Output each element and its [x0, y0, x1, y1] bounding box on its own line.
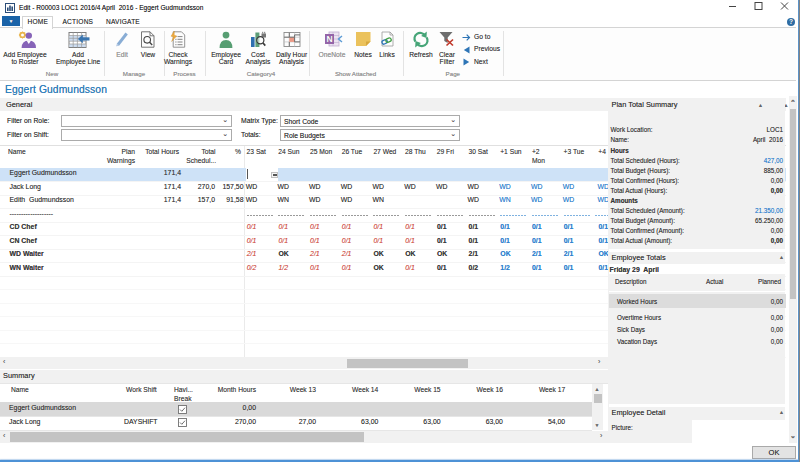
svg-text:N: N	[326, 34, 332, 44]
